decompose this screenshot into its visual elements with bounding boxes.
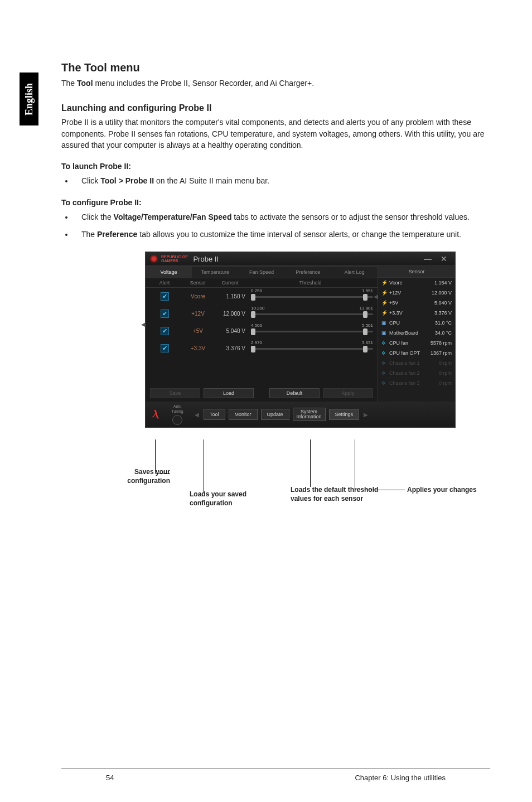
slider-handle-high[interactable] (363, 311, 367, 318)
callout-default: Loads the default threshold values for e… (291, 486, 391, 503)
table-row: ✔ +5V 5.040 V 4.500 5.501 (146, 322, 378, 340)
heading-launch-config: Launching and configuring Probe II (61, 103, 487, 113)
sensor-row: ⚡+5V5.040 V (378, 298, 455, 308)
settings-button[interactable]: Settings (329, 409, 360, 420)
threshold-slider[interactable] (251, 331, 373, 332)
tool-menu-button[interactable]: Tool (204, 409, 225, 420)
probe-description: Probe II is a utility that monitors the … (61, 117, 487, 151)
table-row: ✔ +12V 12.000 V 10.200 13.801 (146, 305, 378, 322)
system-info-button[interactable]: System Information (293, 408, 326, 421)
threshold-slider[interactable] (251, 348, 373, 350)
auto-tuning-button[interactable]: Auto Tuning (165, 404, 190, 425)
bolt-icon: ⚡ (381, 290, 387, 296)
intro-para: The Tool menu includes the Probe II, Sen… (61, 78, 487, 89)
chip-icon: ▣ (381, 320, 387, 326)
app-title: Probe II (193, 255, 219, 263)
text: on the AI Suite II main menu bar. (154, 176, 269, 185)
sensor-row: ✲CPU fan5578 rpm (378, 338, 455, 348)
fan-icon: ✲ (381, 350, 387, 356)
sensor-value: 5.040 V (434, 300, 452, 306)
leader-line (355, 490, 405, 490)
slider-handle-low[interactable] (251, 346, 255, 352)
config-step-2: The Preference tab allows you to customi… (74, 229, 487, 240)
scroll-left-icon[interactable]: ◀ (140, 321, 147, 327)
sensor-current: 5.040 V (215, 328, 249, 334)
text: The (61, 79, 77, 88)
alert-checkbox[interactable]: ✔ (161, 344, 169, 352)
alert-checkbox[interactable]: ✔ (161, 310, 169, 318)
sensor-row: ⚡+12V12.000 V (378, 288, 455, 298)
slider-handle-low[interactable] (251, 294, 255, 301)
text: tab allows you to customize the time int… (137, 230, 461, 239)
sensor-name: +12V (181, 311, 215, 317)
table-row: ✔ Vcore 1.150 V 0.250 1.551 (146, 288, 378, 305)
sensor-current: 3.376 V (215, 345, 249, 351)
col-threshold: Threshold (245, 280, 375, 286)
tab-alert-log[interactable]: Alert Log (331, 266, 378, 278)
sensor-row: ✲CPU fan OPT1367 rpm (378, 348, 455, 358)
launch-step: Click Tool > Probe II on the AI Suite II… (74, 175, 487, 187)
sensor-row: ▣MotherBoard34.0 °C (378, 328, 455, 338)
bolt-icon: ⚡ (381, 280, 387, 286)
text-bold: Voltage/Temperature/Fan Speed (114, 212, 232, 221)
threshold-low: 0.250 (251, 288, 262, 293)
rog-logo-icon (150, 255, 158, 263)
sensor-name: Vcore (389, 280, 434, 286)
default-button[interactable]: Default (269, 388, 320, 398)
sensor-value: 5578 rpm (431, 340, 452, 346)
sensor-value: 1367 rpm (431, 350, 452, 356)
bolt-icon: ⚡ (381, 310, 387, 316)
update-menu-button[interactable]: Update (261, 409, 289, 420)
launch-heading: To launch Probe II: (61, 162, 487, 171)
sensor-name: +5V (181, 328, 215, 334)
title-bar: REPUBLIC OF GAMERS Probe II — ✕ (146, 252, 455, 266)
monitor-menu-button[interactable]: Monitor (229, 409, 258, 420)
ai-logo-icon: Ⲗ (149, 408, 161, 421)
slider-handle-high[interactable] (363, 328, 367, 335)
nav-left-icon[interactable]: ◀ (194, 412, 200, 418)
callout-load: Loads your saved configuration (190, 490, 279, 508)
config-step-1: Click the Voltage/Temperature/Fan Speed … (74, 211, 487, 223)
text: menu includes the Probe II, Sensor Recor… (93, 79, 315, 88)
threshold-slider[interactable] (251, 313, 373, 315)
col-sensor: Sensor (181, 280, 215, 286)
text: REPUBLIC OF (161, 255, 187, 259)
leader-line (155, 439, 156, 473)
alert-checkbox[interactable]: ✔ (161, 327, 169, 335)
slider-handle-low[interactable] (251, 311, 255, 318)
save-button[interactable]: Save (150, 388, 200, 398)
fan-dim-icon: ✲ (381, 360, 387, 366)
close-icon[interactable]: ✕ (441, 254, 451, 263)
slider-handle-high[interactable] (363, 294, 367, 301)
callout-save: Saves your configuration (103, 468, 170, 485)
slider-handle-high[interactable] (363, 346, 367, 352)
tab-preference[interactable]: Preference (285, 266, 331, 278)
fan-dim-icon: ✲ (381, 380, 387, 386)
sensor-value: 12.000 V (432, 290, 452, 296)
text: tabs to activate the sensors or to adjus… (231, 212, 469, 221)
alert-checkbox[interactable]: ✔ (161, 292, 169, 301)
slider-handle-low[interactable] (251, 328, 255, 335)
tab-temperature[interactable]: Temperature (192, 266, 238, 278)
sensor-value: 0 rpm (439, 380, 452, 386)
fan-icon: ✲ (381, 340, 387, 346)
load-button[interactable]: Load (204, 388, 254, 398)
sensor-name: Chassis fan 2 (389, 370, 439, 376)
sensor-name: CPU fan (389, 340, 431, 346)
nav-right-icon[interactable]: ▶ (362, 412, 369, 418)
leader-line (204, 439, 204, 492)
sensor-row: ⚡Vcore1.154 V (378, 278, 455, 288)
bolt-icon: ⚡ (381, 300, 387, 306)
tab-fan-speed[interactable]: Fan Speed (238, 266, 284, 278)
text: GAMERS (161, 259, 178, 263)
sensor-current: 12.000 V (215, 311, 249, 317)
sensor-row: ✲Chassis fan 30 rpm (378, 378, 455, 388)
scroll-left-icon[interactable]: ◀ (373, 293, 379, 299)
bottom-toolbar: Ⲗ Auto Tuning ◀ Tool Monitor Update Syst… (146, 402, 455, 427)
apply-button[interactable]: Apply (323, 388, 373, 398)
text-bold: Tool > Probe II (100, 176, 154, 185)
threshold-slider[interactable] (251, 296, 373, 298)
sensor-name: CPU (389, 320, 435, 326)
minimize-icon[interactable]: — (424, 254, 435, 263)
tab-voltage[interactable]: Voltage (146, 266, 192, 278)
